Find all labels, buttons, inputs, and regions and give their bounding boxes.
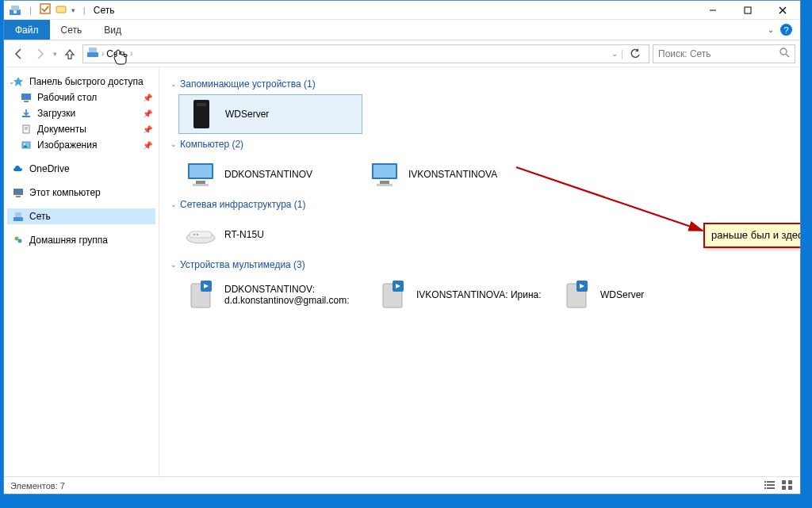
tab-view[interactable]: Вид	[93, 20, 132, 40]
group-title: Устройства мультимедиа (3)	[180, 259, 305, 270]
pin-icon: 📌	[143, 141, 152, 150]
back-button[interactable]	[9, 44, 28, 63]
sidebar-onedrive[interactable]: OneDrive	[7, 161, 155, 177]
media-device-icon	[185, 279, 216, 311]
svg-point-40	[197, 234, 198, 235]
sidebar-item-label: Документы	[37, 124, 86, 135]
up-button[interactable]	[60, 44, 79, 63]
downloads-icon	[20, 107, 33, 120]
svg-rect-50	[764, 484, 766, 486]
tile-wdserver-storage[interactable]: WDServer	[178, 94, 362, 134]
svg-rect-53	[767, 487, 775, 489]
group-header-media[interactable]: ⌄ Устройства мультимедиа (3)	[170, 259, 789, 270]
forward-button[interactable]	[31, 44, 50, 63]
ribbon-bar: Файл Сеть Вид ⌄ ?	[4, 20, 800, 40]
breadcrumb-network-icon	[86, 46, 99, 61]
group-header-storage[interactable]: ⌄ Запоминающие устройства (1)	[170, 78, 789, 90]
svg-rect-14	[24, 101, 29, 102]
media-device-icon	[377, 279, 408, 311]
svg-rect-49	[767, 481, 775, 483]
help-icon[interactable]: ?	[780, 24, 792, 36]
qat-properties-icon[interactable]	[40, 3, 51, 17]
refresh-button[interactable]	[626, 45, 644, 63]
view-large-icons-icon[interactable]	[781, 479, 794, 492]
tile-label: RT-N15U	[224, 229, 264, 240]
svg-rect-21	[13, 189, 23, 195]
svg-rect-32	[193, 184, 209, 186]
svg-rect-30	[190, 165, 212, 178]
explorer-window: | ▾ | Сеть Файл Сеть Вид	[3, 0, 801, 495]
pin-icon: 📌	[143, 94, 152, 102]
tile-router[interactable]: RT-N15U	[178, 215, 362, 254]
sidebar-this-pc[interactable]: Этот компьютер	[7, 185, 155, 201]
media-device-icon	[561, 279, 592, 311]
breadcrumb-label[interactable]: Сеть	[106, 48, 128, 59]
svg-rect-55	[788, 480, 792, 484]
svg-rect-3	[40, 4, 50, 13]
tab-network[interactable]: Сеть	[50, 20, 94, 40]
qat-dropdown-icon[interactable]: ▾	[71, 6, 75, 14]
annotation-text: раньше был и здесь	[711, 229, 800, 241]
sidebar-homegroup[interactable]: Домашняя группа	[7, 232, 155, 248]
maximize-button[interactable]	[730, 1, 765, 20]
svg-rect-10	[89, 48, 97, 52]
sidebar-network[interactable]: Сеть	[7, 208, 155, 224]
collapse-icon[interactable]: ⌄	[170, 140, 177, 148]
svg-rect-48	[764, 481, 766, 483]
search-placeholder: Поиск: Сеть	[658, 48, 711, 59]
breadcrumb-chevron-icon[interactable]: ›	[130, 49, 132, 58]
recent-dropdown-icon[interactable]: ▾	[53, 50, 57, 58]
nav-row: ▾ › Сеть › ⌄ | Поиск: Сеть	[4, 40, 800, 67]
router-icon	[185, 219, 216, 250]
address-dropdown-icon[interactable]: ⌄	[611, 49, 618, 58]
tile-media-ddk[interactable]: DDKONSTANTINOV: d.d.konstantinov@gmail.c…	[178, 275, 370, 315]
sidebar-item-label: Сеть	[29, 211, 51, 222]
sidebar-quick-access[interactable]: ⌄ Панель быстрого доступа	[7, 74, 155, 90]
sidebar-item-label: Рабочий стол	[37, 92, 97, 103]
svg-rect-36	[377, 184, 393, 186]
ribbon-expand-icon[interactable]: ⌄	[768, 25, 774, 34]
group-title: Сетевая инфраструктура (1)	[180, 199, 306, 210]
file-tab[interactable]: Файл	[4, 20, 50, 40]
sidebar-item-desktop[interactable]: Рабочий стол 📌	[7, 90, 155, 105]
title-separator: |	[80, 6, 89, 15]
view-details-icon[interactable]	[764, 479, 776, 492]
collapse-icon[interactable]: ⌄	[9, 78, 15, 86]
svg-rect-51	[767, 484, 775, 486]
tile-media-wdserver[interactable]: WDServer	[554, 275, 738, 315]
breadcrumb-chevron-icon[interactable]: ›	[102, 49, 104, 58]
collapse-icon[interactable]: ⌄	[170, 80, 177, 88]
svg-rect-56	[782, 486, 786, 490]
tile-computer-ddk[interactable]: DDKONSTANTINOV	[178, 155, 362, 194]
address-bar[interactable]: › Сеть › ⌄ |	[82, 44, 649, 63]
search-icon	[779, 48, 790, 60]
svg-point-2	[13, 10, 17, 13]
sidebar-item-documents[interactable]: Документы 📌	[7, 121, 155, 137]
sidebar-item-pictures[interactable]: Изображения 📌	[7, 137, 155, 153]
sidebar-item-downloads[interactable]: Загрузки 📌	[7, 105, 155, 121]
tile-computer-ivk[interactable]: IVKONSTANTINOVA	[362, 155, 546, 194]
collapse-icon[interactable]: ⌄	[170, 201, 177, 208]
close-button[interactable]	[765, 1, 800, 20]
svg-rect-9	[87, 52, 98, 57]
storage-device-icon	[186, 98, 217, 130]
svg-rect-38	[190, 231, 212, 238]
sidebar-item-label: Панель быстрого доступа	[29, 76, 144, 87]
svg-rect-54	[782, 480, 786, 484]
svg-rect-35	[380, 181, 389, 184]
status-text: Элементов: 7	[10, 481, 65, 491]
group-header-infra[interactable]: ⌄ Сетевая инфраструктура (1)	[170, 199, 789, 210]
body-panel: ⌄ Панель быстрого доступа Рабочий стол 📌…	[4, 67, 800, 476]
tile-label: DDKONSTANTINOV	[224, 169, 312, 180]
svg-rect-13	[21, 94, 31, 100]
qat-new-folder-icon[interactable]	[56, 3, 67, 17]
status-bar: Элементов: 7	[4, 476, 800, 494]
search-input[interactable]: Поиск: Сеть	[653, 44, 795, 63]
app-icon	[9, 4, 21, 17]
pin-icon: 📌	[143, 125, 152, 134]
minimize-button[interactable]	[695, 1, 730, 20]
svg-rect-15	[22, 116, 30, 117]
group-header-computers[interactable]: ⌄ Компьютер (2)	[170, 139, 789, 150]
tile-media-ivk[interactable]: IVKONSTANTINOVA: Ирина:	[370, 275, 554, 315]
collapse-icon[interactable]: ⌄	[170, 261, 177, 269]
